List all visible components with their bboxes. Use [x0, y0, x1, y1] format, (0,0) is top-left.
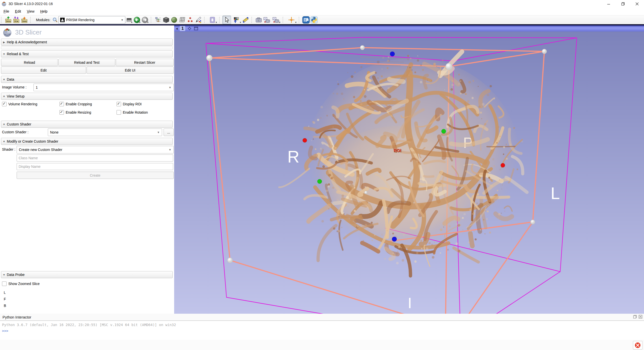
- menu-file[interactable]: File: [1, 9, 12, 13]
- module-history-button[interactable]: ▼: [125, 16, 133, 24]
- slicer-logo-icon: [3, 27, 12, 37]
- reload-button[interactable]: Reload: [1, 59, 58, 66]
- enable-cropping-checkbox[interactable]: Enable Cropping: [59, 102, 92, 106]
- toolbar-separator: [30, 17, 32, 23]
- section-data[interactable]: ▼ Data: [1, 76, 173, 83]
- modules-label: Modules:: [36, 18, 50, 22]
- section-view-setup[interactable]: ▼ View Setup: [1, 93, 173, 100]
- window-title: 3D Slicer 4.13.0-2022-01-16: [9, 2, 53, 6]
- probe-row-l: L: [4, 291, 6, 295]
- pin-icon[interactable]: ◀: [176, 27, 178, 30]
- view-controls-icon[interactable]: [187, 26, 192, 30]
- toolbar-separator: [283, 17, 285, 23]
- save-button[interactable]: SAVE: [20, 16, 28, 24]
- section-reload-test[interactable]: ▼ Reload & Test: [1, 50, 173, 57]
- volume-rendering-module-icon[interactable]: [170, 16, 178, 24]
- svg-text:DCM: DCM: [14, 20, 18, 22]
- chevron-down-icon: ▼: [157, 131, 160, 134]
- markups-module-icon[interactable]: ✱✱✱: [186, 16, 194, 24]
- transforms-module-icon[interactable]: [178, 16, 186, 24]
- scene-view-add-button[interactable]: ▼: [271, 16, 281, 24]
- restore-button[interactable]: [616, 0, 630, 8]
- image-volume-label: Image Volume :: [2, 85, 26, 89]
- python-interactor-title: Python Interactor: [3, 315, 31, 319]
- roi-handle: [446, 63, 452, 70]
- roi-center-handle: [364, 191, 367, 194]
- toolbar-separator: [204, 17, 206, 23]
- show-zoomed-slice-checkbox[interactable]: Show Zoomed Slice: [2, 281, 40, 286]
- orientation-letter-right: R: [287, 147, 299, 166]
- probe-row-f: F: [4, 297, 6, 301]
- module-selector[interactable]: PRISM Rendering ▼: [58, 16, 125, 24]
- mouse-pointer-button[interactable]: [222, 16, 231, 24]
- float-dock-icon[interactable]: [633, 315, 637, 320]
- module-search-icon[interactable]: [52, 16, 58, 24]
- menu-edit[interactable]: Edit: [13, 9, 23, 13]
- python-console-button[interactable]: [310, 16, 318, 24]
- svg-text:✱: ✱: [187, 20, 190, 23]
- display-roi-checkbox[interactable]: Display ROI: [117, 102, 142, 106]
- chevron-down-icon: ▼: [169, 148, 171, 151]
- svg-text:SAVE: SAVE: [22, 20, 27, 22]
- threeD-render-area[interactable]: P ROI: [174, 31, 644, 314]
- toolbar-separator: [219, 17, 221, 23]
- shader-label: Shader :: [2, 147, 15, 151]
- section-custom-shader[interactable]: ▼ Custom Shader: [1, 121, 173, 128]
- app-logo-icon: [2, 1, 7, 6]
- load-data-button[interactable]: DATA: [4, 16, 12, 24]
- collapsed-section-body: [1, 46, 173, 49]
- section-help-acknowledgement[interactable]: ▶ Help & Acknowledgement: [1, 39, 173, 46]
- panel-title: 3D Slicer: [15, 28, 42, 36]
- enable-resizing-checkbox[interactable]: Enable Resizing: [59, 110, 91, 115]
- close-button[interactable]: [630, 0, 644, 8]
- display-name-field[interactable]: [17, 163, 173, 170]
- load-dicom-button[interactable]: DCM: [12, 16, 20, 24]
- collapse-down-icon: ▼: [1, 78, 7, 81]
- python-console[interactable]: Python 3.6.7 (default, Jan 16 2022, 23:2…: [0, 321, 644, 340]
- image-volume-selector[interactable]: 1▼: [33, 84, 174, 91]
- edit-button[interactable]: Edit: [1, 67, 86, 74]
- section-modify-create-shader[interactable]: ▼ Modify or Create Custom Shader: [1, 138, 173, 145]
- roi-handle: [531, 220, 535, 224]
- window-level-button[interactable]: ▼: [231, 16, 242, 24]
- roi-point-green-lower: [317, 179, 322, 184]
- back-button[interactable]: ▼: [133, 16, 141, 24]
- scene-view-button[interactable]: [263, 16, 271, 24]
- view-controller-bar: ◀ 1: [174, 25, 644, 31]
- roi-point-blue-top: [390, 52, 395, 56]
- custom-shader-browse-button[interactable]: ...: [164, 129, 174, 136]
- annotations-module-icon[interactable]: [194, 16, 202, 24]
- chevron-down-icon: ▼: [169, 86, 171, 89]
- error-log-button[interactable]: [633, 341, 642, 349]
- volume-rendering-checkbox[interactable]: Volume Rendering: [2, 102, 37, 106]
- forward-button[interactable]: ▼: [141, 16, 149, 24]
- create-shader-button[interactable]: Create: [17, 172, 174, 179]
- shader-selector[interactable]: Create new Custom Shader▼: [17, 146, 174, 153]
- module-tree-icon[interactable]: [154, 16, 162, 24]
- class-name-field[interactable]: [17, 154, 173, 162]
- enable-rotation-checkbox[interactable]: Enable Rotation: [117, 110, 148, 115]
- maximize-view-icon[interactable]: [194, 26, 198, 30]
- roi-handle: [360, 45, 365, 50]
- restart-slicer-button[interactable]: Restart Slicer: [116, 59, 174, 66]
- svg-text:✱: ✱: [191, 20, 193, 23]
- minimize-button[interactable]: [602, 0, 616, 8]
- menu-help[interactable]: Help: [38, 9, 50, 13]
- volumes-module-icon[interactable]: [162, 16, 170, 24]
- menu-view[interactable]: View: [25, 9, 37, 13]
- edit-ui-button[interactable]: Edit UI: [87, 67, 174, 74]
- custom-shader-selector[interactable]: None▼: [48, 129, 162, 136]
- crosshair-button[interactable]: ▼: [286, 16, 297, 24]
- ruler-button[interactable]: [242, 16, 250, 24]
- section-data-probe[interactable]: ▼ Data Probe: [1, 271, 173, 278]
- extensions-manager-button[interactable]: [302, 16, 310, 24]
- main-toolbar: DATA DCM SAVE Modules: PRISM Rendering ▼…: [0, 15, 644, 24]
- toolbar-separator: [299, 17, 301, 23]
- close-dock-icon[interactable]: [638, 315, 642, 320]
- screenshot-button[interactable]: [255, 16, 263, 24]
- reload-and-test-button[interactable]: Reload and Test: [58, 59, 115, 66]
- collapse-right-icon: ▶: [1, 41, 7, 44]
- status-bar: [0, 340, 644, 350]
- threeD-view: ◀ 1: [174, 25, 644, 314]
- layout-button[interactable]: ▼: [207, 16, 217, 24]
